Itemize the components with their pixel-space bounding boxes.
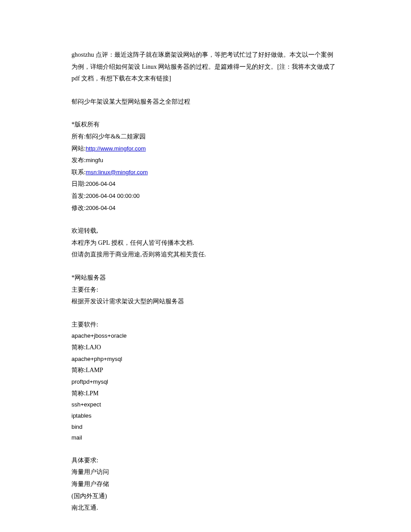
copyright-header: *版权所有 [71,119,340,131]
software-item: apache+php+mysql [71,354,340,365]
software-item: iptables [71,411,340,422]
publisher-value: mingfu [86,157,103,163]
requirements-item: 海量用户访问 [71,466,340,478]
modified-value: 2006-04-04 [86,205,116,211]
contact-link[interactable]: msn:linux@mingfor.com [86,169,148,176]
copyright-contact: 联系:msn:linux@mingfor.com [71,167,340,179]
requirements-block: 具体要求: 海量用户访问 海量用户存储 (国内外互通) 南北互通. [71,455,340,514]
copyright-modified: 修改:2006-04-04 [71,202,340,214]
license-line3: 但请勿直接用于商业用途,否则将追究其相关责任. [71,249,340,261]
intro-paragraph: ghostzhu 点评：最近这阵子就在琢磨架设网站的事，等把考试忙过了好好做做。… [71,49,340,85]
software-header: 主要软件: [71,319,340,331]
site-label: 网站: [71,145,86,152]
license-line1: 欢迎转载, [71,225,340,237]
date-label: 日期: [71,180,86,187]
first-value: 2006-04-04 00:00:00 [86,193,140,199]
server-task-label: 主要任务: [71,284,340,296]
software-block: 主要软件: apache+jboss+oracle 简称:LAJO apache… [71,319,340,444]
copyright-first: 首发:2006-04-04 00:00:00 [71,190,340,202]
title-paragraph: 郁闷少年架设某大型网站服务器之全部过程 [71,96,340,108]
copyright-date: 日期:2006-04-04 [71,178,340,190]
server-block: *网站服务器 主要任务: 根据开发设计需求架设大型的网站服务器 [71,272,340,308]
server-task-desc: 根据开发设计需求架设大型的网站服务器 [71,296,340,308]
software-item: apache+jboss+oracle [71,331,340,342]
software-item: 简称:LAMP [71,364,340,377]
contact-label: 联系: [71,169,86,176]
copyright-publisher: 发布:mingfu [71,155,340,167]
copyright-block: *版权所有 所有:郁闷少年&&二娃家园 网站:http://www.mingfo… [71,119,340,214]
license-block: 欢迎转载, 本程序为 GPL 授权，任何人皆可传播本文档. 但请勿直接用于商业用… [71,225,340,261]
license-line2: 本程序为 GPL 授权，任何人皆可传播本文档. [71,237,340,249]
software-item: ssh+expect [71,399,340,411]
document-page: ghostzhu 点评：最近这阵子就在琢磨架设网站的事，等把考试忙过了好好做做。… [0,0,411,532]
software-item: mail [71,432,340,444]
modified-label: 修改: [71,205,86,211]
software-item: bind [71,422,340,433]
copyright-site: 网站:http://www.mingfor.com [71,143,340,155]
software-item: 简称:LPM [71,388,340,400]
first-label: 首发: [71,193,86,199]
intro-text: ghostzhu 点评：最近这阵子就在琢磨架设网站的事，等把考试忙过了好好做做。… [71,49,340,85]
date-value: 2006-04-04 [86,180,116,187]
site-link[interactable]: http://www.mingfor.com [86,145,146,152]
requirements-header: 具体要求: [71,455,340,467]
copyright-owner: 所有:郁闷少年&&二娃家园 [71,131,340,143]
publisher-label: 发布: [71,157,86,163]
software-item: 简称:LAJO [71,342,340,354]
document-title: 郁闷少年架设某大型网站服务器之全部过程 [71,96,340,108]
server-header: *网站服务器 [71,272,340,284]
requirements-item: 南北互通. [71,502,340,514]
requirements-item: 海量用户存储 [71,478,340,490]
requirements-item: (国内外互通) [71,490,340,503]
software-item: proftpd+mysql [71,377,340,388]
